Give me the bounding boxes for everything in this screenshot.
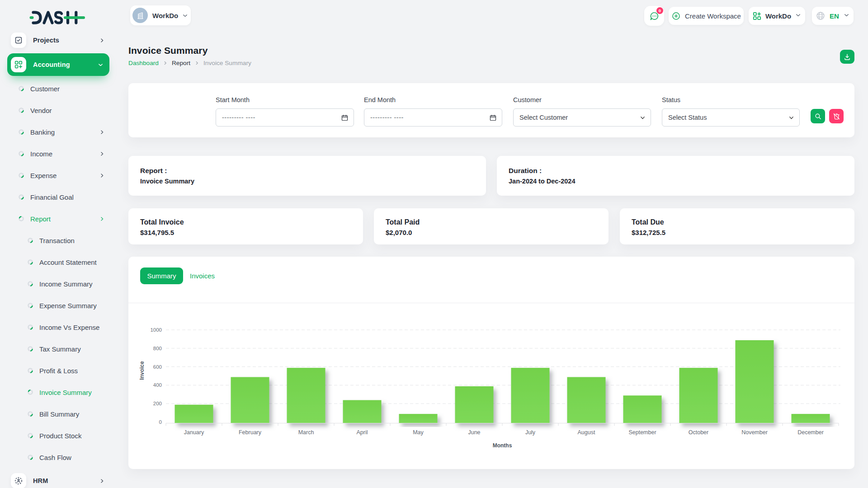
status-select[interactable]: Select Status bbox=[662, 108, 800, 127]
bullet-ring-icon bbox=[18, 107, 24, 113]
sidebar-item-report[interactable]: Report bbox=[7, 208, 109, 230]
bullet-ring-icon bbox=[18, 107, 24, 113]
svg-text:December: December bbox=[797, 429, 824, 436]
svg-text:August: August bbox=[578, 429, 595, 436]
sidebar-item-accounting[interactable]: Accounting bbox=[7, 53, 109, 76]
dash-logo bbox=[29, 11, 87, 25]
sidebar-item-income-vs-expense[interactable]: Income Vs Expense bbox=[7, 316, 109, 338]
tab-summary[interactable]: Summary bbox=[140, 267, 183, 284]
breadcrumb-invoice-summary: Invoice Summary bbox=[203, 60, 251, 66]
sidebar-icon-box bbox=[11, 33, 26, 48]
bullet-ring-icon bbox=[27, 281, 33, 287]
sidebar-item-transaction[interactable]: Transaction bbox=[7, 230, 109, 251]
bullet-ring-icon bbox=[27, 346, 33, 352]
sidebar-item-label: Account Statement bbox=[39, 258, 97, 266]
customer-select[interactable]: Select Customer bbox=[513, 108, 651, 127]
bullet-ring-icon bbox=[27, 324, 33, 330]
bullet-ring-icon bbox=[27, 302, 33, 309]
search-button[interactable] bbox=[811, 109, 825, 123]
sidebar-item-income[interactable]: Income bbox=[7, 143, 109, 164]
bullet-ring-icon bbox=[27, 454, 33, 460]
report-card: Report : Invoice Summary bbox=[128, 156, 486, 196]
sidebar-item-profit-loss[interactable]: Profit & Loss bbox=[7, 360, 109, 381]
bullet-ring-icon bbox=[27, 324, 33, 330]
total-due-label: Total Due bbox=[632, 218, 664, 226]
end-month-label: End Month bbox=[364, 96, 396, 103]
customer-select-value: Select Customer bbox=[519, 114, 568, 121]
sidebar-item-customer[interactable]: Customer bbox=[7, 78, 109, 99]
sidebar-item-banking[interactable]: Banking bbox=[7, 121, 109, 143]
sidebar-item-label: Income bbox=[30, 150, 52, 158]
sidebar-icon-box bbox=[11, 57, 26, 72]
bullet-ring-icon bbox=[18, 129, 24, 135]
report-card-label: Report : bbox=[140, 167, 167, 175]
sidebar-item-label: Income Vs Expense bbox=[39, 324, 99, 331]
reset-filter-button[interactable] bbox=[829, 109, 844, 123]
sidebar-item-label: Projects bbox=[33, 37, 59, 44]
svg-text:July: July bbox=[525, 429, 536, 436]
bullet-ring-icon bbox=[18, 194, 24, 200]
end-month-input[interactable]: --------- ---- bbox=[364, 108, 502, 127]
start-month-label: Start Month bbox=[216, 96, 250, 103]
breadcrumb-report[interactable]: Report bbox=[172, 60, 190, 66]
sidebar-item-expense[interactable]: Expense bbox=[7, 164, 109, 186]
bullet-ring-icon bbox=[27, 411, 33, 417]
chevron-down-icon bbox=[97, 61, 104, 68]
chevron-right-icon bbox=[99, 173, 105, 178]
sidebar-item-income-summary[interactable]: Income Summary bbox=[7, 273, 109, 295]
bar-november bbox=[736, 340, 774, 423]
calendar-icon bbox=[489, 114, 497, 122]
chevron-down-icon bbox=[97, 61, 104, 68]
sidebar-item-label: Tax Summary bbox=[39, 345, 81, 353]
sidebar-item-financial-goal[interactable]: Financial Goal bbox=[7, 186, 109, 208]
sidebar-item-label: Financial Goal bbox=[30, 193, 74, 201]
sidebar-item-vendor[interactable]: Vendor bbox=[7, 99, 109, 121]
sidebar-item-account-statement[interactable]: Account Statement bbox=[7, 251, 109, 273]
download-button[interactable] bbox=[840, 50, 854, 64]
tab-invoices[interactable]: Invoices bbox=[190, 267, 215, 284]
chevron-right-icon bbox=[99, 216, 105, 222]
chart-card: Summary Invoices 02004006008001000Januar… bbox=[128, 257, 854, 469]
breadcrumb-dashboard[interactable]: Dashboard bbox=[128, 60, 159, 66]
total-invoice-card: Total Invoice $314,795.5 bbox=[128, 208, 363, 244]
bar-april bbox=[343, 400, 382, 423]
total-due-card: Total Due $312,725.5 bbox=[620, 208, 854, 244]
total-paid-card: Total Paid $2,070.0 bbox=[374, 208, 609, 244]
sidebar-item-expense-summary[interactable]: Expense Summary bbox=[7, 295, 109, 316]
sidebar-item-hrm[interactable]: HRM bbox=[7, 470, 109, 488]
bullet-ring-icon bbox=[18, 85, 24, 92]
filter-card: Start Month --------- ---- End Month ---… bbox=[128, 83, 854, 137]
total-invoice-value: $314,795.5 bbox=[140, 229, 174, 236]
bullet-ring-icon bbox=[27, 454, 33, 460]
start-month-placeholder: --------- ---- bbox=[222, 114, 255, 121]
bullet-ring-icon bbox=[27, 367, 33, 374]
sidebar-item-tax-summary[interactable]: Tax Summary bbox=[7, 338, 109, 360]
sidebar-icon-box bbox=[11, 473, 26, 488]
bar-october bbox=[679, 368, 718, 423]
sidebar-item-label: Accounting bbox=[33, 61, 70, 68]
bullet-ring-icon bbox=[27, 259, 33, 265]
sidebar-item-label: Invoice Summary bbox=[39, 389, 92, 396]
bullet-ring-icon bbox=[27, 237, 33, 244]
sidebar-item-label: HRM bbox=[33, 477, 48, 484]
grid-plus-icon bbox=[14, 60, 23, 69]
sidebar-item-label: Profit & Loss bbox=[39, 367, 78, 375]
sidebar-item-label: Cash Flow bbox=[39, 454, 71, 461]
sidebar-item-cash-flow[interactable]: Cash Flow bbox=[7, 446, 109, 468]
sidebar-item-product-stock[interactable]: Product Stock bbox=[7, 425, 109, 446]
chevron-down-icon bbox=[640, 115, 646, 121]
start-month-input[interactable]: --------- ---- bbox=[216, 108, 354, 127]
bullet-ring-icon bbox=[27, 432, 33, 439]
svg-text:400: 400 bbox=[153, 382, 162, 388]
total-invoice-label: Total Invoice bbox=[140, 218, 184, 226]
sidebar-item-label: Customer bbox=[30, 85, 60, 93]
bullet-ring-icon bbox=[27, 367, 33, 374]
invoice-bar-chart: 02004006008001000JanuaryFebruaryMarchApr… bbox=[128, 303, 854, 469]
sidebar-item-invoice-summary[interactable]: Invoice Summary bbox=[7, 381, 109, 403]
bullet-ring-icon bbox=[18, 172, 24, 178]
bullet-ring-icon bbox=[27, 302, 33, 309]
sidebar-item-projects[interactable]: Projects bbox=[7, 29, 109, 51]
customer-label: Customer bbox=[513, 96, 542, 103]
bullet-ring-icon bbox=[27, 389, 33, 395]
sidebar-item-bill-summary[interactable]: Bill Summary bbox=[7, 403, 109, 425]
